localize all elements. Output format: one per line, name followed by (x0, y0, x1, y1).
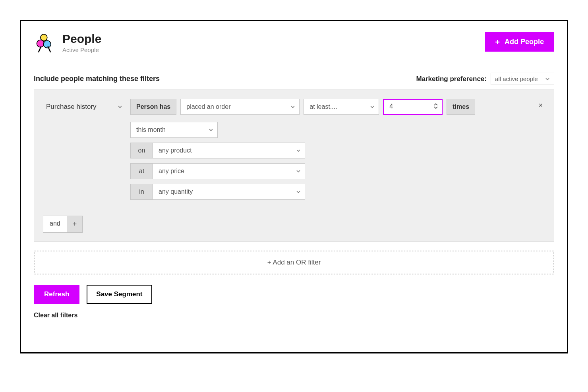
filter-category-select[interactable]: Purchase history (43, 99, 126, 115)
chevron-down-icon (118, 104, 122, 109)
marketing-pref-wrap: Marketing preference: all active people (416, 73, 554, 85)
svg-point-2 (43, 41, 51, 48)
timeframe-select[interactable]: this month (130, 122, 218, 138)
timeframe-value: this month (136, 126, 166, 133)
header-row: People Active People + Add People (34, 32, 554, 55)
title-wrap: People Active People (34, 32, 101, 55)
plus-icon: + (495, 38, 500, 46)
filter-category-value: Purchase history (46, 103, 97, 110)
and-operator-label: and (43, 216, 67, 233)
chevron-down-icon (370, 104, 375, 109)
page-subtitle: Active People (62, 46, 101, 53)
count-value: 4 (389, 103, 393, 110)
comparator-select[interactable]: at least.... (304, 99, 379, 115)
and-row: and + (43, 216, 545, 233)
filter-panel: × Purchase history Person has placed an … (34, 89, 554, 242)
title-block: People Active People (62, 32, 101, 53)
price-select[interactable]: any price (153, 163, 305, 179)
page-title: People (62, 33, 101, 45)
price-row: at any price (130, 163, 305, 179)
chevron-down-icon (290, 104, 295, 109)
price-value: any price (159, 168, 184, 174)
filters-heading: Include people matching these filters (34, 75, 160, 83)
action-value: placed an order (186, 103, 230, 110)
product-select[interactable]: any product (153, 143, 305, 158)
action-select[interactable]: placed an order (180, 99, 300, 115)
product-value: any product (159, 147, 192, 154)
price-row-label: at (130, 163, 153, 179)
times-label: times (447, 99, 475, 115)
clear-all-filters-link[interactable]: Clear all filters (34, 312, 77, 319)
marketing-pref-label: Marketing preference: (416, 75, 487, 83)
remove-filter-button[interactable]: × (538, 101, 543, 110)
chevron-down-icon (209, 127, 213, 132)
chevron-down-icon (545, 77, 550, 81)
filter-sub-stack: this month on any product at any price (130, 122, 545, 200)
filters-header-row: Include people matching these filters Ma… (34, 73, 554, 85)
save-segment-button[interactable]: Save Segment (87, 285, 152, 304)
filter-row-main: Purchase history Person has placed an or… (43, 99, 545, 115)
add-people-label: Add People (505, 38, 544, 46)
quantity-row-label: in (130, 184, 153, 200)
chevron-down-icon (296, 169, 301, 174)
people-icon (34, 32, 55, 55)
add-people-button[interactable]: + Add People (485, 32, 554, 52)
marketing-pref-select[interactable]: all active people (491, 73, 554, 85)
refresh-button[interactable]: Refresh (34, 285, 79, 304)
quantity-select[interactable]: any quantity (153, 184, 305, 200)
action-row: Refresh Save Segment (34, 285, 554, 304)
product-row-label: on (130, 143, 153, 158)
add-and-filter-button[interactable]: + (67, 216, 83, 233)
add-or-filter-label: + Add an OR filter (267, 259, 321, 266)
chevron-down-icon (296, 189, 301, 194)
svg-point-1 (37, 40, 44, 47)
marketing-pref-value: all active people (495, 75, 538, 82)
number-stepper-icon (433, 102, 439, 111)
comparator-value: at least.... (309, 103, 337, 110)
quantity-row: in any quantity (130, 184, 305, 200)
quantity-value: any quantity (159, 188, 193, 195)
count-input[interactable]: 4 (383, 99, 443, 115)
product-row: on any product (130, 143, 305, 158)
person-has-label: Person has (130, 99, 176, 115)
chevron-down-icon (296, 148, 301, 153)
add-or-filter-button[interactable]: + Add an OR filter (34, 251, 554, 274)
page-frame: People Active People + Add People Includ… (20, 20, 568, 353)
